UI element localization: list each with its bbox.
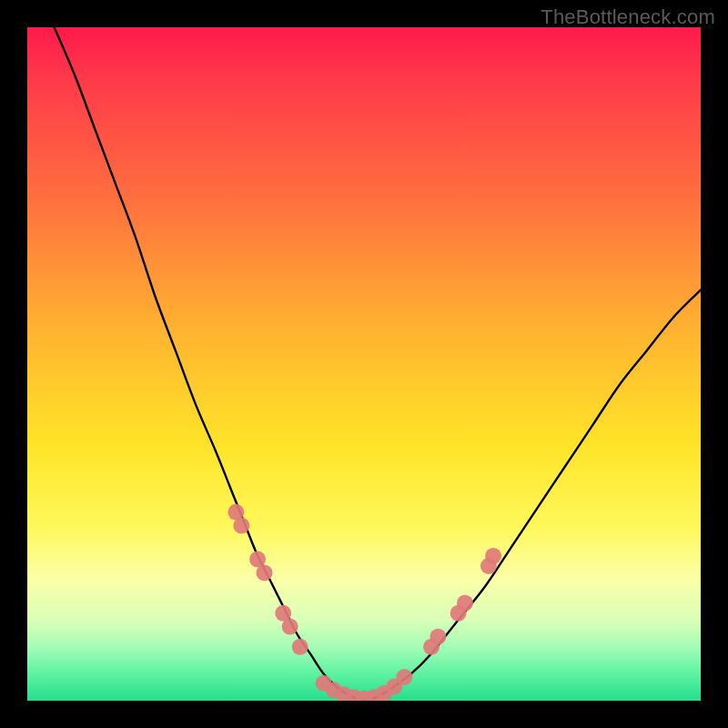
watermark-text: TheBottleneck.com [541,5,715,29]
data-point [233,518,249,534]
plot-area [27,27,701,701]
marker-layer [228,504,501,701]
curve-layer [55,27,701,701]
data-point [485,548,501,564]
chart-svg [27,27,701,701]
data-point [256,564,272,581]
data-point [396,669,412,685]
data-point [457,595,473,612]
bottleneck-curve-path [55,27,701,701]
chart-frame: TheBottleneck.com [0,0,728,728]
data-point [430,629,446,645]
data-point [292,639,308,655]
data-point [282,619,298,635]
